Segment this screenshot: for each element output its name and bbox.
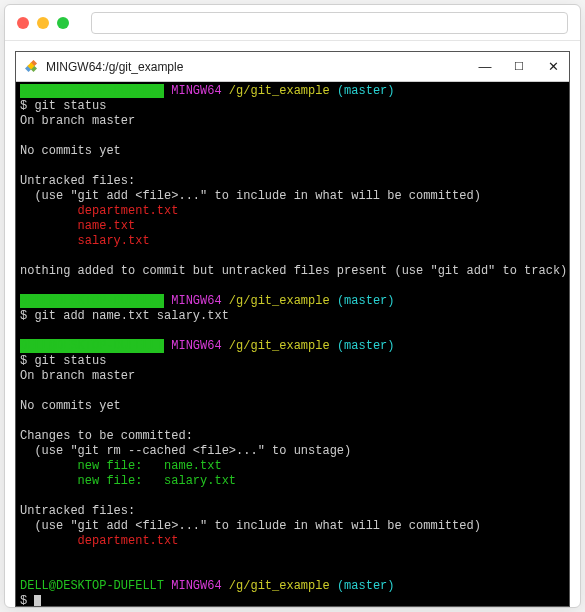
output-line: On branch master xyxy=(20,114,135,128)
branch-label: (master) xyxy=(337,84,395,98)
output-line: (use "git add <file>..." to include in w… xyxy=(20,519,481,533)
untracked-file: department.txt xyxy=(20,204,178,218)
terminal-window: MINGW64:/g/git_example — ☐ ✕ DELL@DESKTO… xyxy=(15,51,570,607)
shell-label: MINGW64 xyxy=(171,579,221,593)
shell-label: MINGW64 xyxy=(171,84,221,98)
traffic-lights xyxy=(17,17,69,29)
output-line: Untracked files: xyxy=(20,174,135,188)
branch-label: (master) xyxy=(337,579,395,593)
staged-file: new file: salary.txt xyxy=(20,474,236,488)
minimize-button[interactable]: — xyxy=(477,59,493,74)
window-controls: — ☐ ✕ xyxy=(477,59,561,74)
output-line: (use "git rm --cached <file>..." to unst… xyxy=(20,444,351,458)
path-label: /g/git_example xyxy=(229,294,330,308)
user-host-label: DELL@DESKTOP-DUFELLT xyxy=(20,339,164,353)
command-line: $ git status xyxy=(20,99,106,113)
maximize-icon[interactable] xyxy=(57,17,69,29)
user-host-label: DELL@DESKTOP-DUFELLT xyxy=(20,294,164,308)
window-title: MINGW64:/g/git_example xyxy=(46,60,477,74)
command-line: $ git add name.txt salary.txt xyxy=(20,309,229,323)
untracked-file: department.txt xyxy=(20,534,178,548)
output-line: No commits yet xyxy=(20,399,121,413)
output-line: Changes to be committed: xyxy=(20,429,193,443)
shell-label: MINGW64 xyxy=(171,294,221,308)
untracked-file: salary.txt xyxy=(20,234,150,248)
browser-window: MINGW64:/g/git_example — ☐ ✕ DELL@DESKTO… xyxy=(4,4,581,608)
minimize-icon[interactable] xyxy=(37,17,49,29)
shell-label: MINGW64 xyxy=(171,339,221,353)
terminal-body[interactable]: DELL@DESKTOP-DUFELLT MINGW64 /g/git_exam… xyxy=(16,82,569,606)
command-line: $ git status xyxy=(20,354,106,368)
close-icon[interactable] xyxy=(17,17,29,29)
path-label: /g/git_example xyxy=(229,579,330,593)
output-line: (use "git add <file>..." to include in w… xyxy=(20,189,481,203)
output-line: On branch master xyxy=(20,369,135,383)
maximize-button[interactable]: ☐ xyxy=(511,60,527,73)
output-line: No commits yet xyxy=(20,144,121,158)
prompt-cursor-line: $ xyxy=(20,594,34,606)
app-icon xyxy=(24,59,40,75)
url-bar[interactable] xyxy=(91,12,568,34)
staged-file: new file: name.txt xyxy=(20,459,222,473)
path-label: /g/git_example xyxy=(229,339,330,353)
mac-titlebar xyxy=(5,5,580,41)
cursor-icon xyxy=(34,595,41,606)
branch-label: (master) xyxy=(337,339,395,353)
untracked-file: name.txt xyxy=(20,219,135,233)
user-host-label: DELL@DESKTOP-DUFELLT xyxy=(20,579,164,593)
branch-label: (master) xyxy=(337,294,395,308)
output-line: Untracked files: xyxy=(20,504,135,518)
close-button[interactable]: ✕ xyxy=(545,59,561,74)
user-host-label: DELL@DESKTOP-DUFELLT xyxy=(20,84,164,98)
window-titlebar[interactable]: MINGW64:/g/git_example — ☐ ✕ xyxy=(16,52,569,82)
path-label: /g/git_example xyxy=(229,84,330,98)
output-line: nothing added to commit but untracked fi… xyxy=(20,264,567,278)
